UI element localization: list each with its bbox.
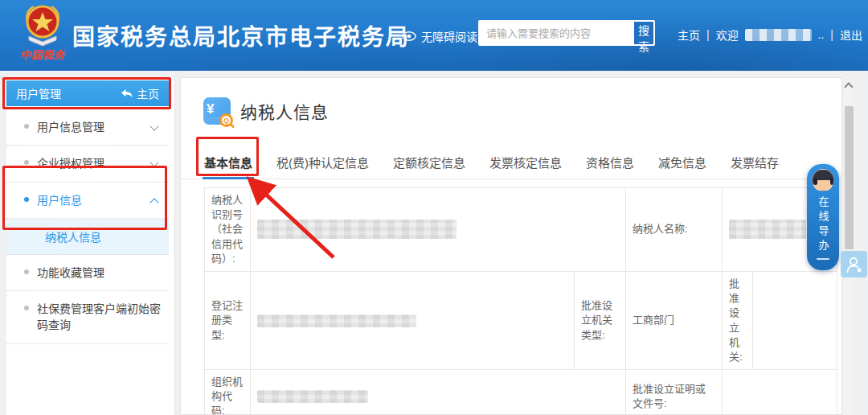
home-link[interactable]: 主页 (678, 27, 700, 43)
label-taxpayer-name: 纳税人名称: (626, 188, 723, 272)
national-emblem-icon (23, 3, 63, 50)
page-title: 纳税人信息 (240, 99, 329, 123)
scroll-up-arrow-icon[interactable] (844, 82, 853, 91)
sidebar-home-label: 主页 (137, 85, 159, 101)
search-input[interactable] (480, 22, 634, 44)
label-approval-doc-no: 批准设立证明或文件号: (626, 370, 723, 415)
sidebar-title: 用户管理 (16, 85, 61, 101)
bullet-icon (24, 197, 29, 202)
sidebar-item-label: 纳税人信息 (45, 231, 101, 244)
bullet-icon (24, 269, 29, 274)
redacted-value (257, 220, 457, 239)
header-nav: 主页 | 欢迎 .. | 退出 (678, 27, 862, 43)
redacted-value (257, 390, 368, 403)
tab-tax-type-info[interactable]: 税(费)种认定信息 (276, 146, 369, 179)
sidebar-item-favorites-mgmt[interactable]: 功能收藏管理 (6, 255, 169, 291)
redacted-value (257, 314, 416, 327)
value-registration-type (251, 271, 575, 369)
value-org-code (251, 370, 626, 415)
table-row: 纳税人识别号（社会信用代码）: 纳税人名称: (205, 188, 837, 272)
redacted-value (729, 220, 806, 239)
accessibility-label: 无障碍阅读 (421, 28, 477, 44)
sidebar-menu: 用户信息管理 企业授权管理 用户信息 纳税人信息 功能收藏管理 社保费管理客户端… (6, 109, 169, 344)
site-title: 国家税务总局北京市电子税务局 (72, 19, 410, 51)
sidebar: 用户管理 主页 用户信息管理 企业授权管理 用户信息 纳税人信息 (6, 77, 175, 415)
assistant-avatar (812, 169, 834, 191)
tab-invoice-balance[interactable]: 发票结存 (731, 146, 779, 179)
online-guide-label: 在线导办 (816, 196, 831, 254)
tax-bureau-logo: 中国税务 (18, 3, 68, 68)
bullet-icon (24, 160, 29, 165)
nav-separator: | (830, 28, 833, 41)
chevron-down-icon (149, 121, 158, 130)
sidebar-item-user-info-mgmt[interactable]: 用户信息管理 (6, 109, 169, 146)
table-row: 登记注册类型: 批准设立机关类型: 工商部门 批准设立机关: (205, 271, 837, 369)
label-approval-authority-type: 批准设立机关类型: (575, 271, 626, 369)
tab-quota-info[interactable]: 定额核定信息 (393, 146, 465, 179)
sidebar-item-label: 社保费管理客户端初始密码查询 (37, 302, 161, 331)
logout-link[interactable]: 退出 (840, 27, 862, 43)
tab-qualification-info[interactable]: 资格信息 (586, 146, 634, 179)
eye-icon (402, 31, 416, 41)
label-registration-type: 登记注册类型: (205, 271, 251, 369)
accessibility-link[interactable]: 无障碍阅读 (402, 28, 477, 44)
header-search: 搜索 (478, 20, 655, 46)
label-taxpayer-id: 纳税人识别号（社会信用代码）: (205, 188, 251, 272)
online-guide-widget[interactable]: 在线导办 (807, 164, 839, 270)
sidebar-item-taxpayer-info[interactable]: 纳税人信息 (6, 219, 169, 255)
value-taxpayer-id (251, 188, 626, 272)
table-row: 组织机构代码: 批准设立证明或文件号: (205, 370, 837, 415)
sidebar-item-user-info[interactable]: 用户信息 (6, 183, 169, 219)
value-approval-authority (753, 271, 837, 369)
sidebar-item-label: 用户信息 (37, 194, 82, 207)
sidebar-item-enterprise-auth[interactable]: 企业授权管理 (6, 146, 169, 182)
tab-basic-info[interactable]: 基本信息 (204, 146, 252, 179)
magnifier-icon: Q (219, 113, 233, 127)
label-approval-authority: 批准设立机关: (723, 271, 753, 369)
personal-assistant-button[interactable] (841, 251, 867, 277)
vertical-scrollbar[interactable] (844, 77, 854, 415)
person-star-icon (845, 255, 864, 274)
back-arrow-icon (121, 88, 133, 98)
nav-separator: | (706, 28, 710, 41)
logo-caption: 中国税务 (18, 47, 68, 62)
bullet-icon (24, 124, 29, 129)
sidebar-header: 用户管理 主页 (6, 80, 169, 106)
sidebar-item-label: 用户信息管理 (37, 121, 104, 134)
welcome-suffix: .. (818, 28, 825, 41)
sidebar-home-link[interactable]: 主页 (121, 85, 159, 101)
bullet-icon (24, 306, 29, 310)
tab-invoice-approval-info[interactable]: 发票核定信息 (489, 146, 562, 179)
sidebar-item-label: 企业授权管理 (37, 157, 104, 170)
sidebar-item-social-insurance-password[interactable]: 社保费管理客户端初始密码查询 (6, 291, 169, 344)
sidebar-item-label: 功能收藏管理 (37, 266, 104, 279)
value-approval-authority-type: 工商部门 (626, 271, 723, 369)
scrollbar-thumb[interactable] (845, 106, 854, 249)
label-org-code: 组织机构代码: (205, 370, 251, 415)
main-panel: ¥ Q 纳税人信息 基本信息 税(费)种认定信息 定额核定信息 发票核定信息 资… (180, 77, 842, 415)
search-button[interactable]: 搜索 (634, 22, 653, 44)
yen-icon: ¥ (207, 101, 214, 117)
redacted-username (745, 29, 812, 41)
welcome-label: 欢迎 (716, 27, 739, 43)
tab-bar: 基本信息 税(费)种认定信息 定额核定信息 发票核定信息 资格信息 减免信息 发… (181, 146, 842, 179)
chevron-down-icon (149, 158, 158, 167)
page-title-row: ¥ Q 纳税人信息 (203, 97, 329, 125)
taxpayer-info-icon: ¥ Q (203, 97, 231, 125)
top-header: 中国税务 国家税务总局北京市电子税务局 无障碍阅读 搜索 主页 | 欢迎 .. … (0, 0, 868, 71)
chevron-up-icon (149, 198, 158, 207)
divider (817, 258, 829, 260)
tab-reduction-info[interactable]: 减免信息 (658, 146, 706, 179)
value-approval-doc-no (723, 370, 837, 415)
taxpayer-info-table: 纳税人识别号（社会信用代码）: 纳税人名称: 登记注册类型: 批准设立机关类型:… (204, 187, 837, 415)
